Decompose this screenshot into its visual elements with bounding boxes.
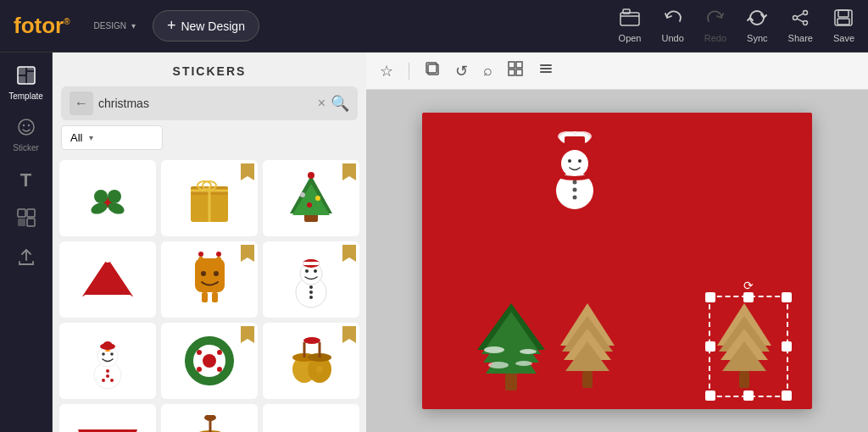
design-canvas[interactable]: ⟳ — [422, 113, 812, 409]
svg-point-76 — [225, 357, 234, 365]
svg-rect-137 — [739, 371, 749, 388]
save-button[interactable]: Save — [833, 8, 854, 43]
svg-point-59 — [309, 291, 313, 294]
svg-rect-110 — [540, 71, 552, 73]
sidebar-item-sticker[interactable]: Sticker — [3, 111, 49, 159]
pattern-icon — [508, 63, 523, 80]
svg-rect-115 — [565, 136, 585, 147]
svg-point-122 — [573, 196, 577, 200]
svg-point-79 — [192, 371, 199, 378]
redo-icon — [705, 8, 726, 30]
rotate-icon: ↺ — [455, 63, 468, 80]
bookmark-icon — [342, 245, 356, 262]
sidebar-item-element[interactable] — [3, 202, 49, 238]
template-icon — [17, 66, 36, 89]
list-item[interactable] — [263, 241, 359, 318]
snowman-sticker[interactable] — [541, 130, 609, 214]
selected-tree-sticker[interactable] — [710, 299, 778, 392]
svg-rect-50 — [202, 292, 208, 302]
svg-line-6 — [798, 19, 804, 22]
sidebar: Template Sticker T — [0, 53, 53, 432]
list-item[interactable] — [263, 404, 359, 432]
list-item[interactable] — [161, 241, 258, 318]
svg-point-82 — [197, 350, 202, 355]
canvas-viewport[interactable]: ⟳ — [366, 90, 868, 432]
svg-point-128 — [484, 346, 504, 353]
svg-point-24 — [108, 190, 121, 203]
svg-rect-109 — [540, 68, 552, 69]
svg-point-92 — [316, 366, 323, 373]
svg-point-16 — [22, 125, 24, 126]
search-input[interactable] — [98, 97, 313, 110]
share-icon — [790, 8, 810, 30]
svg-point-84 — [197, 367, 202, 372]
undo-label: Undo — [662, 33, 684, 43]
search-button[interactable]: 🔍 — [331, 94, 349, 113]
resize-handle-br[interactable] — [782, 390, 792, 401]
save-label: Save — [833, 33, 854, 43]
open-icon — [620, 8, 640, 30]
svg-rect-108 — [540, 64, 552, 66]
rotate-button[interactable]: ↺ — [452, 58, 471, 84]
undo-button[interactable]: Undo — [662, 8, 684, 43]
svg-point-130 — [488, 362, 509, 368]
svg-point-44 — [201, 271, 206, 276]
back-button[interactable]: ← — [70, 91, 93, 115]
redo-button[interactable]: Redo — [704, 8, 726, 43]
list-item[interactable] — [59, 404, 156, 432]
sidebar-item-upload[interactable] — [3, 241, 49, 278]
filter-row: All ▾ — [61, 125, 358, 150]
svg-point-3 — [804, 21, 808, 25]
design-button[interactable]: DESIGN ▾ — [87, 18, 142, 34]
svg-point-77 — [192, 344, 199, 351]
svg-point-74 — [205, 377, 214, 385]
list-item[interactable] — [263, 323, 359, 399]
upload-icon — [17, 248, 36, 271]
svg-rect-43 — [195, 258, 225, 292]
logo: fotor® — [14, 13, 70, 39]
svg-rect-12 — [27, 67, 35, 70]
list-item[interactable] — [161, 323, 258, 399]
resize-handle-rm[interactable] — [782, 341, 792, 352]
list-item[interactable] — [59, 241, 156, 318]
svg-point-68 — [106, 369, 109, 373]
sync-button[interactable]: Sync — [747, 8, 767, 43]
list-item[interactable] — [263, 160, 359, 236]
tree1-sticker[interactable] — [473, 299, 549, 392]
tree2-sticker[interactable] — [554, 299, 621, 392]
search-canvas-icon: ⌕ — [483, 62, 492, 79]
duplicate-button[interactable] — [421, 58, 443, 84]
filter-dropdown[interactable]: All ▾ — [61, 125, 163, 150]
list-item[interactable] — [161, 160, 258, 236]
svg-rect-57 — [303, 262, 320, 265]
sidebar-item-template[interactable]: Template — [3, 59, 49, 108]
share-button[interactable]: Share — [788, 8, 813, 43]
pattern-button[interactable] — [504, 58, 526, 84]
list-item[interactable] — [59, 323, 156, 399]
sidebar-item-text[interactable]: T — [3, 163, 49, 198]
svg-point-60 — [309, 296, 313, 299]
svg-point-90 — [303, 337, 320, 344]
svg-point-69 — [106, 374, 109, 378]
text-icon: T — [20, 169, 31, 191]
main-area: Template Sticker T STICKERS ← — [0, 53, 868, 432]
layers-button[interactable] — [535, 58, 557, 84]
svg-point-39 — [307, 202, 312, 208]
svg-rect-0 — [620, 13, 639, 25]
list-item[interactable] — [161, 404, 258, 432]
search-canvas-button[interactable]: ⌕ — [480, 58, 496, 83]
bookmark-canvas-button[interactable]: ☆ — [376, 58, 397, 84]
new-design-button[interactable]: + New Design — [153, 10, 259, 42]
rotate-handle[interactable]: ⟳ — [743, 279, 754, 292]
svg-point-15 — [19, 119, 34, 135]
svg-rect-46 — [198, 257, 203, 263]
svg-point-2 — [804, 11, 808, 15]
open-button[interactable]: Open — [619, 8, 642, 43]
svg-point-17 — [27, 125, 29, 126]
svg-marker-40 — [82, 258, 133, 296]
resize-handle-tr[interactable] — [782, 292, 792, 302]
list-item[interactable] — [59, 160, 156, 236]
clear-button[interactable]: × — [318, 96, 326, 111]
toolbar-divider — [409, 63, 409, 80]
svg-point-80 — [220, 371, 226, 378]
